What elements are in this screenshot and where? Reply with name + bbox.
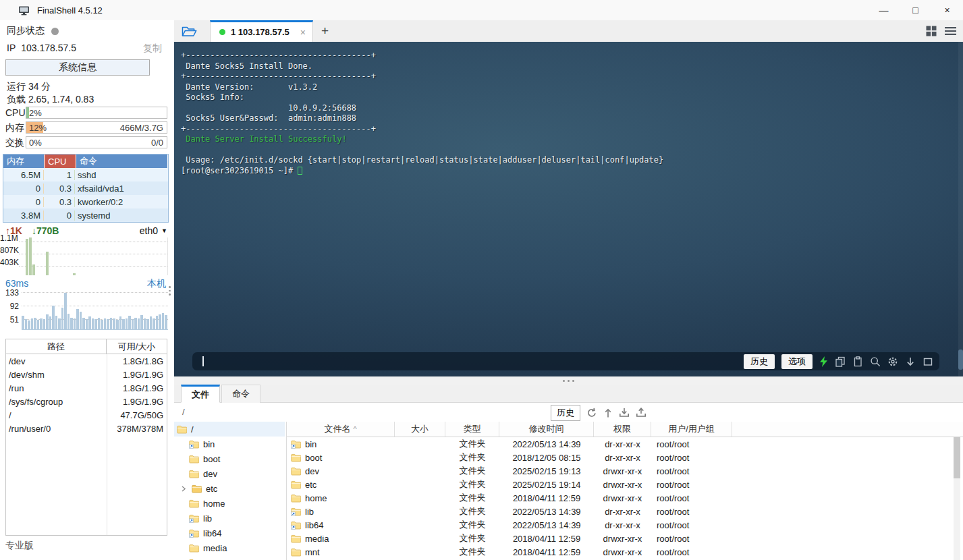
file-row-boot[interactable]: boot文件夹2018/12/05 08:15dr-xr-xr-xroot/ro… <box>287 451 963 464</box>
process-memory: 6.5M <box>3 170 44 180</box>
process-row[interactable]: 3.8M0systemd <box>3 208 168 222</box>
upload-tray-icon[interactable] <box>636 408 646 418</box>
file-col-header[interactable]: 修改时间 <box>499 422 594 437</box>
scrollbar-thumb[interactable] <box>958 349 963 370</box>
file-col-header[interactable]: 文件名^ <box>287 422 395 437</box>
chevron-right-icon[interactable] <box>180 486 188 492</box>
sidebar-splitter-handle[interactable] <box>169 286 171 296</box>
copy-icon[interactable] <box>835 356 846 367</box>
graph-bar <box>37 320 40 329</box>
disk-size: 1.9G/1.9G <box>107 397 167 407</box>
graph-bar <box>61 308 64 329</box>
interface-selector[interactable]: eth0 ▼ <box>140 225 167 236</box>
disk-row[interactable]: /sys/fs/cgroup1.9G/1.9G <box>6 395 167 408</box>
tree-item-boot[interactable]: boot <box>174 451 285 466</box>
refresh-icon[interactable] <box>586 408 597 418</box>
file-size-cell <box>395 545 445 559</box>
file-row-lib64[interactable]: lib64文件夹2022/05/13 14:39dr-xr-xr-xroot/r… <box>287 518 963 532</box>
process-row[interactable]: 6.5M1sshd <box>3 168 168 181</box>
menu-icon[interactable] <box>945 26 956 36</box>
file-row-home[interactable]: home文件夹2018/04/11 12:59drwxr-xr-xroot/ro… <box>287 491 963 505</box>
process-col-command[interactable]: 命令 <box>76 155 167 168</box>
tree-item-media[interactable]: media <box>174 540 285 555</box>
tree-item-mnt[interactable]: mnt <box>174 555 285 560</box>
disk-row[interactable]: /47.7G/50G <box>6 408 167 422</box>
tree-item-label: mnt <box>203 558 218 560</box>
tree-item-lib[interactable]: lib <box>174 511 285 526</box>
terminal-scrollbar[interactable] <box>958 42 963 376</box>
up-arrow-icon[interactable] <box>603 408 613 418</box>
minimize-button[interactable]: — <box>868 0 900 20</box>
download-icon[interactable] <box>905 356 916 367</box>
disk-row[interactable]: /run1.8G/1.9G <box>6 381 167 395</box>
file-owner-cell: root/root <box>651 518 732 532</box>
process-cpu: 0 <box>44 211 75 221</box>
tab-commands[interactable]: 命令 <box>221 385 260 403</box>
disk-row[interactable]: /run/user/0378M/378M <box>6 422 167 435</box>
horizontal-splitter-handle[interactable] <box>174 376 963 385</box>
new-tab-button[interactable]: + <box>321 24 329 38</box>
tree-item-lib64[interactable]: lib64 <box>174 526 285 540</box>
command-input-bar[interactable]: 历史 选项 <box>192 352 939 370</box>
file-row-bin[interactable]: bin文件夹2022/05/13 14:39dr-xr-xr-xroot/roo… <box>287 437 963 451</box>
file-size-cell <box>395 437 445 451</box>
text-caret <box>202 356 204 366</box>
graph-bar <box>165 315 167 329</box>
file-history-button[interactable]: 历史 <box>551 405 580 421</box>
process-row[interactable]: 00.3xfsaild/vda1 <box>3 181 168 195</box>
disk-col-size[interactable]: 可用/大小 <box>107 341 167 353</box>
graph-bar <box>29 237 32 275</box>
tree-item-label: etc <box>206 484 217 494</box>
options-button[interactable]: 选项 <box>781 354 813 369</box>
tree-item-dev[interactable]: dev <box>174 466 285 481</box>
terminal-line-text: +--------------------------------------+ <box>181 72 376 81</box>
file-col-header[interactable]: 类型 <box>445 422 499 437</box>
disk-row[interactable]: /dev1.8G/1.8G <box>6 354 167 368</box>
graph-bar <box>119 316 122 329</box>
folder-icon <box>291 453 301 462</box>
file-row-media[interactable]: media文件夹2018/04/11 12:59drwxr-xr-xroot/r… <box>287 532 963 545</box>
file-col-header[interactable]: 权限 <box>594 422 651 437</box>
file-name-cell: mnt <box>287 545 395 559</box>
copy-ip-button[interactable]: 复制 <box>143 43 162 55</box>
ping-target[interactable]: 本机 <box>147 278 166 290</box>
system-info-button[interactable]: 系统信息 <box>5 59 150 76</box>
terminal[interactable]: +--------------------------------------+… <box>174 42 963 376</box>
terminal-line: +--------------------------------------+ <box>181 51 663 61</box>
disk-row[interactable]: /dev/shm1.9G/1.9G <box>6 368 167 381</box>
tree-item-label: lib <box>203 513 212 524</box>
tab-files[interactable]: 文件 <box>181 385 220 403</box>
file-col-header[interactable]: 大小 <box>395 422 445 437</box>
file-col-header[interactable]: 用户/用户组 <box>651 422 732 437</box>
tree-item-etc[interactable]: etc <box>174 481 285 496</box>
path-input[interactable]: / <box>182 407 185 417</box>
maximize-button[interactable]: □ <box>900 0 931 20</box>
grid-view-icon[interactable] <box>926 26 937 36</box>
tree-item-bin[interactable]: bin <box>174 437 285 451</box>
meter-label: CPU <box>5 107 26 118</box>
file-row-mnt[interactable]: mnt文件夹2018/04/11 12:59drwxr-xr-xroot/roo… <box>287 545 963 559</box>
tree-item-root[interactable]: / <box>174 422 285 437</box>
download-tray-icon[interactable] <box>619 408 630 418</box>
tree-item-home[interactable]: home <box>174 496 285 511</box>
tab-close-icon[interactable]: × <box>300 27 306 38</box>
process-row[interactable]: 00.3kworker/0:2 <box>3 195 168 208</box>
file-row-dev[interactable]: dev文件夹2025/02/15 19:13drwxr-xr-xroot/roo… <box>287 464 963 478</box>
gear-icon[interactable] <box>887 356 898 367</box>
file-row-etc[interactable]: etc文件夹2025/02/15 19:14drwxr-xr-xroot/roo… <box>287 478 963 491</box>
lightning-icon[interactable] <box>819 356 828 367</box>
history-button[interactable]: 历史 <box>744 354 775 369</box>
file-mtime-cell: 2018/04/11 12:59 <box>499 545 594 559</box>
process-col-cpu[interactable]: CPU <box>45 155 76 168</box>
session-tab[interactable]: 1 103.178.57.5 × <box>210 20 313 42</box>
process-col-memory[interactable]: 内存 <box>3 155 44 168</box>
close-button[interactable]: × <box>931 0 963 20</box>
tree-item-label: lib64 <box>203 528 221 538</box>
file-row-lib[interactable]: lib文件夹2022/05/13 14:39dr-xr-xr-xroot/roo… <box>287 505 963 518</box>
disk-col-path[interactable]: 路径 <box>6 339 107 354</box>
window-icon[interactable] <box>923 356 933 367</box>
search-icon[interactable] <box>870 356 881 367</box>
main-area: 1 103.178.57.5 × + +--------------------… <box>174 20 963 560</box>
paste-icon[interactable] <box>852 356 863 367</box>
open-connections-button[interactable] <box>182 26 197 37</box>
